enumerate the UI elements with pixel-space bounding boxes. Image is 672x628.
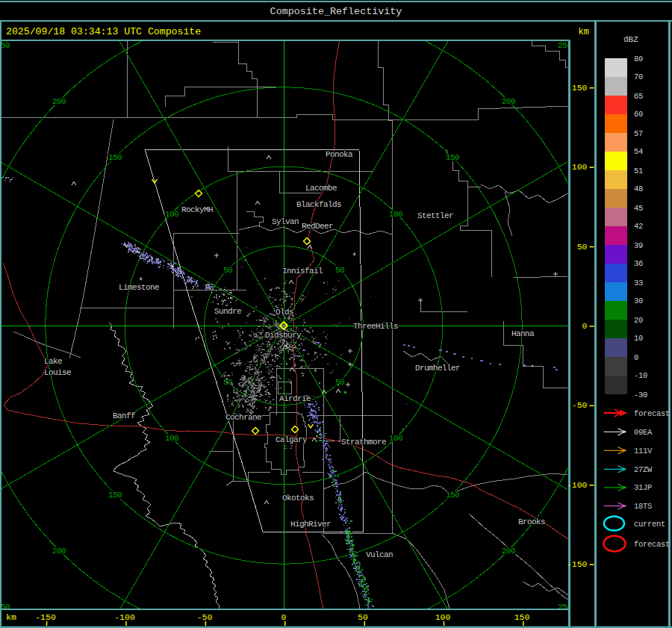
svg-text:70: 70 — [634, 72, 643, 81]
svg-text:km: km — [579, 27, 589, 37]
svg-text:*: * — [352, 252, 357, 262]
svg-text:150: 150 — [108, 491, 122, 500]
svg-text:2025/09/18 03:34:13 UTC Compos: 2025/09/18 03:34:13 UTC Composite — [6, 26, 201, 37]
svg-text:150: 150 — [572, 83, 588, 93]
svg-text:Olds: Olds — [276, 308, 293, 317]
svg-text:150: 150 — [514, 612, 530, 622]
svg-text:HighRiver: HighRiver — [290, 520, 331, 529]
svg-text:0: 0 — [634, 353, 638, 362]
svg-text:100: 100 — [572, 162, 588, 172]
svg-text:Banff: Banff — [113, 411, 135, 420]
svg-text:150: 150 — [446, 491, 459, 500]
svg-text:50: 50 — [223, 266, 232, 275]
svg-text:Strathmore: Strathmore — [341, 438, 386, 447]
svg-text:Cochrane: Cochrane — [225, 413, 261, 422]
svg-text:0: 0 — [281, 612, 287, 622]
svg-text:100: 100 — [165, 210, 178, 219]
svg-text:RedDeer: RedDeer — [302, 222, 333, 231]
svg-text:km: km — [6, 612, 16, 622]
svg-text:200: 200 — [52, 97, 66, 106]
svg-text:42: 42 — [634, 222, 643, 231]
svg-text:Composite_Reflectivity: Composite_Reflectivity — [270, 6, 402, 17]
svg-text:150: 150 — [446, 153, 459, 162]
svg-text:-50: -50 — [572, 400, 588, 410]
svg-text:200: 200 — [502, 547, 515, 556]
svg-text:Lake: Lake — [44, 357, 62, 366]
svg-text:33: 33 — [634, 279, 643, 287]
svg-text:48: 48 — [634, 184, 643, 193]
svg-text:Ponoka: Ponoka — [326, 150, 353, 159]
svg-text:0: 0 — [582, 321, 588, 331]
svg-text:80: 80 — [634, 55, 643, 63]
svg-text:-100: -100 — [114, 612, 135, 622]
svg-text:dBZ: dBZ — [623, 35, 638, 44]
svg-text:200: 200 — [502, 97, 515, 106]
svg-text:Innisfail: Innisfail — [282, 267, 323, 276]
svg-text:50: 50 — [335, 266, 344, 275]
svg-text:45: 45 — [634, 204, 643, 213]
svg-text:forecast: forecast — [634, 540, 670, 549]
svg-text:ThreeHills: ThreeHills — [353, 322, 398, 331]
svg-text:-100: -100 — [567, 480, 588, 490]
svg-text:20: 20 — [634, 316, 643, 325]
svg-text:Okotoks: Okotoks — [282, 494, 314, 503]
svg-text:Calgary: Calgary — [276, 435, 308, 444]
svg-text:111V: 111V — [634, 447, 653, 456]
svg-text:39: 39 — [634, 241, 643, 250]
svg-text:RockyMH: RockyMH — [181, 205, 213, 214]
svg-text:-10: -10 — [634, 371, 647, 380]
svg-text:Stettler: Stettler — [417, 211, 453, 220]
svg-text:51: 51 — [634, 167, 643, 175]
svg-text:10: 10 — [634, 334, 643, 343]
svg-text:Drumheller: Drumheller — [415, 364, 460, 373]
svg-text:54: 54 — [634, 147, 643, 156]
svg-text:Limestone: Limestone — [119, 283, 159, 292]
svg-text:current: current — [634, 520, 665, 529]
svg-text:31JP: 31JP — [634, 483, 652, 492]
svg-text:09EA: 09EA — [634, 428, 653, 437]
svg-text:forecast: forecast — [634, 409, 670, 418]
svg-text:Sundre: Sundre — [214, 307, 241, 316]
svg-text:Hanna: Hanna — [511, 329, 535, 338]
svg-text:60: 60 — [634, 110, 643, 119]
svg-text:100: 100 — [435, 612, 451, 622]
svg-text:100: 100 — [389, 210, 402, 219]
svg-text:65: 65 — [634, 92, 643, 101]
svg-text:-150: -150 — [35, 612, 56, 622]
svg-text:50: 50 — [358, 612, 368, 622]
svg-text:-50: -50 — [197, 612, 213, 622]
svg-text:Louise: Louise — [44, 368, 71, 377]
svg-text:100: 100 — [389, 434, 402, 443]
svg-text:200: 200 — [52, 547, 66, 556]
svg-text:50: 50 — [577, 242, 588, 252]
svg-text:Lacombe: Lacombe — [305, 184, 337, 193]
svg-text:150: 150 — [108, 153, 122, 162]
svg-text:Vulcan: Vulcan — [366, 550, 393, 559]
svg-text:100: 100 — [165, 434, 178, 443]
svg-text:27ZW: 27ZW — [634, 465, 653, 474]
svg-text:18TS: 18TS — [634, 502, 652, 511]
svg-text:30: 30 — [634, 296, 643, 305]
svg-text:Airdrie: Airdrie — [279, 394, 311, 403]
svg-text:36: 36 — [634, 259, 643, 268]
svg-text:-150: -150 — [567, 559, 588, 569]
svg-text:50: 50 — [335, 378, 344, 387]
svg-text:Brooks: Brooks — [518, 517, 545, 526]
svg-text:Didsbury: Didsbury — [265, 331, 302, 340]
svg-text:-30: -30 — [634, 391, 647, 400]
svg-text:57: 57 — [634, 129, 643, 138]
svg-text:Sylvan: Sylvan — [272, 217, 299, 226]
svg-text:Blackfalds: Blackfalds — [296, 200, 341, 209]
